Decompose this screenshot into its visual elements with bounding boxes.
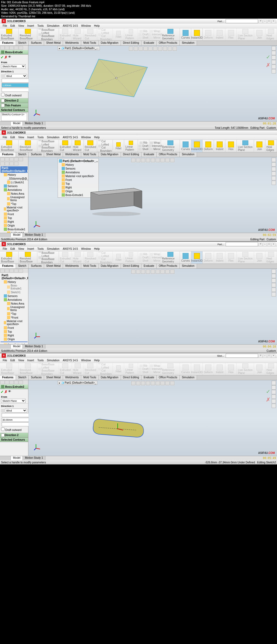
from-dropdown[interactable]: Sketch Plane (1, 399, 26, 403)
edit-appearance-icon[interactable] (163, 46, 167, 51)
corner-ok-icon[interactable]: ✓ (266, 388, 271, 395)
menu-view[interactable]: View (17, 24, 26, 27)
revolved-cut-button[interactable]: Revolved Cut (84, 140, 97, 152)
pm-contours-header[interactable]: Selected Contours (0, 108, 28, 112)
flyout-tree-root[interactable]: ▸ 🧊 Part1 (Default<<Default>_... (58, 46, 100, 50)
tree-sketch1-hist[interactable]: (-) Sketch1 (1, 180, 28, 184)
swept-lofted-boundary-cut[interactable]: Swept CutLofted CutBoundary Cut (97, 140, 113, 152)
menu-tools[interactable]: Tools (36, 24, 45, 27)
reference-geometry-button[interactable]: Reference Geometry (161, 28, 180, 41)
apply-scene-icon[interactable] (168, 46, 172, 51)
tab-directedit[interactable]: Direct Editing (121, 41, 141, 45)
corner-cancel-icon[interactable]: ✗ (266, 62, 271, 68)
tab-model[interactable]: Model (11, 122, 23, 126)
menu-file[interactable]: File (1, 24, 9, 27)
curves-button[interactable]: Curves (180, 140, 191, 152)
menu-ansys[interactable]: ANSYS 14.5 (61, 136, 80, 139)
tab-sheetmetal[interactable]: Sheet Metal (44, 41, 63, 45)
slot-extrude-preview[interactable] (83, 415, 153, 440)
revolved-boss-button[interactable]: Revolved Boss/Base (19, 28, 38, 41)
tree-annotations[interactable]: Annotations (1, 188, 28, 192)
orientation-triad-icon[interactable] (33, 443, 41, 451)
swept-lofted-boundary-boss[interactable]: Swept Boss/Base Lofted Boss/Base Boundar… (37, 28, 59, 41)
menu-window[interactable]: Window (80, 136, 93, 139)
instant3d-button[interactable]: Instant3D (191, 28, 203, 41)
tab-datamig[interactable]: Data Migration (99, 41, 121, 45)
from-dropdown[interactable]: Sketch Plane (1, 64, 26, 68)
ok-button[interactable]: ✓ (1, 390, 4, 394)
detailed-preview-icon[interactable]: 👁 (8, 390, 11, 394)
feature-tree[interactable]: Part1 (Default<<Default>_Photo History _… (0, 166, 28, 233)
fillet-button[interactable]: Fillet (113, 140, 124, 152)
cancel-button[interactable]: ✗ (4, 55, 8, 59)
menu-edit[interactable]: Edit (9, 24, 17, 27)
tab-features[interactable]: Features (0, 152, 16, 157)
orientation-triad-icon[interactable] (33, 220, 41, 228)
tree-front[interactable]: Front (1, 212, 28, 216)
menu-simulation[interactable]: Simulation (45, 136, 61, 139)
orientation-triad-icon[interactable] (33, 331, 41, 339)
graphics-viewport[interactable]: ▸ 🧊 Part1 (Default<<Default>_ ✓✗ ASIF4U.… (28, 380, 277, 456)
tree-origin[interactable]: Origin (1, 224, 28, 227)
minimize-icon[interactable]: – (263, 19, 267, 23)
instant3d-button[interactable]: Instant3D (191, 140, 203, 152)
custom-props-icon[interactable] (272, 69, 276, 73)
tree-sensors[interactable]: Sensors (1, 184, 28, 188)
flex-button[interactable]: Flex (225, 140, 237, 152)
heal-edges-button[interactable]: Heal Edges (265, 140, 277, 152)
extruded-boss-button[interactable]: Extruded Boss/Base (0, 28, 19, 41)
extruded-cut-button[interactable]: Extruded Cut (59, 140, 72, 152)
revolved-boss-button[interactable]: Revolved Boss/Base (19, 251, 38, 264)
section-view-icon[interactable] (143, 46, 148, 51)
reverse-dir-icon[interactable] (1, 74, 4, 78)
corner-ok-icon[interactable]: ✓ (266, 54, 271, 60)
zoom-fit-icon[interactable] (129, 46, 133, 51)
menu-simulation[interactable]: Simulation (45, 24, 61, 27)
tab-office[interactable]: Office Products (157, 41, 180, 45)
extruded-block-model[interactable] (85, 184, 147, 217)
search-commands-input[interactable] (226, 242, 258, 246)
tree-top[interactable]: Top (1, 216, 28, 220)
revolved-boss-button[interactable]: Revolved Boss/Base (19, 140, 38, 152)
pm-thin-header[interactable]: Thin Feature (0, 103, 28, 108)
tab-features[interactable]: Features (0, 41, 16, 45)
design-library-icon[interactable] (272, 51, 276, 55)
tree-root[interactable]: Part1 (Default<<Default>_Photo (1, 274, 28, 280)
live-section-button[interactable]: Live Section Plane (237, 140, 254, 152)
linear-pattern-button[interactable]: Linear Pattern (124, 140, 138, 152)
menu-file[interactable]: File (1, 136, 9, 139)
swept-lofted-boundary-boss[interactable]: Swept Boss/BaseLofted Boss/BaseBoundary … (37, 140, 59, 152)
orientation-triad-icon[interactable] (33, 108, 41, 116)
tree-top-view[interactable]: *Top (1, 202, 28, 206)
tree-history[interactable]: History (1, 173, 28, 177)
end-condition-dropdown[interactable]: Blind (5, 74, 27, 78)
help-icon[interactable]: ? (259, 19, 262, 23)
file-explorer-icon[interactable] (272, 55, 276, 60)
display-style-icon[interactable] (153, 46, 157, 51)
sketch-rectangle-preview[interactable] (83, 56, 150, 100)
sw-resources-icon[interactable] (272, 46, 276, 50)
extruded-boss-button[interactable]: Extruded Boss/Base (0, 251, 19, 264)
tree-sketch1[interactable]: (-) Sketch1 (1, 231, 28, 233)
extruded-boss-button[interactable]: Extruded Boss/Base (0, 140, 19, 152)
tab-motion[interactable]: Motion Study 1 (23, 122, 45, 126)
tree-ssdummy[interactable]: _SSdummy@@_ (1, 177, 28, 180)
close-icon[interactable]: × (272, 19, 275, 23)
tab-motion[interactable]: Motion Study 1 (23, 233, 45, 237)
zoom-area-icon[interactable] (134, 46, 138, 51)
view-settings-icon[interactable] (173, 46, 177, 51)
draft-outward-check[interactable]: Draft outward (1, 92, 27, 97)
prev-view-icon[interactable] (138, 46, 143, 51)
tab-sim[interactable]: Simulation (180, 41, 197, 45)
status-custom[interactable]: Custom (267, 126, 276, 129)
reference-geometry-button[interactable]: Reference Geometry (161, 140, 180, 152)
menu-insert[interactable]: Insert (26, 136, 36, 139)
selected-contour-field[interactable]: Sketch1-Contour<1> (1, 113, 27, 121)
graphics-viewport[interactable]: Part1 (Default<<Default>_... History Sen… (28, 157, 277, 233)
curves-button[interactable]: Curves (180, 28, 191, 41)
hide-show-icon[interactable] (158, 46, 162, 51)
tree-material[interactable]: Material <not specified> (1, 206, 28, 212)
deform-button[interactable]: Deform (203, 140, 214, 152)
maximize-icon[interactable]: □ (267, 19, 271, 23)
menu-edit[interactable]: Edit (9, 136, 17, 139)
